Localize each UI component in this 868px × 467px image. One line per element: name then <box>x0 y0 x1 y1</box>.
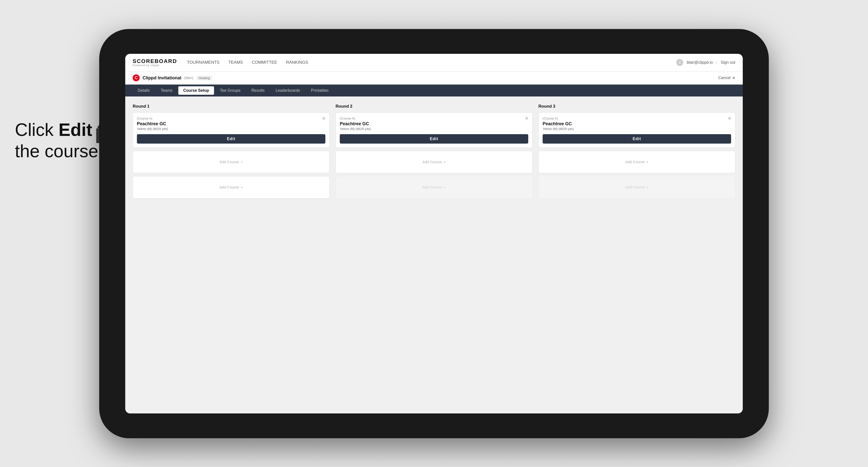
tournament-info: C Clippd Invitational (Men) Hosting <box>133 74 212 81</box>
round-3-edit-button[interactable]: Edit <box>542 134 731 144</box>
sign-out-link[interactable]: Sign out <box>721 60 735 65</box>
round-3-add-course-1[interactable]: Add Course + <box>538 151 735 173</box>
round-1-course-details: Yellow (M) (6629 yds) <box>137 127 326 131</box>
round-3-delete-button[interactable]: ⊗ <box>726 116 732 121</box>
nav-tournaments[interactable]: TOURNAMENTS <box>187 60 219 65</box>
tablet-side-button <box>96 128 99 143</box>
nav-committee[interactable]: COMMITTEE <box>252 60 277 65</box>
cancel-button[interactable]: Cancel ✕ <box>718 75 735 80</box>
round-2-course-label: (Course A) <box>340 117 528 120</box>
round-2-column: Round 2 ⊗ (Course A) Peachtree GC Yellow… <box>336 104 532 201</box>
round-2-course-name: Peachtree GC <box>340 121 528 126</box>
nav-rankings[interactable]: RANKINGS <box>286 60 308 65</box>
round-2-delete-button[interactable]: ⊗ <box>524 116 529 121</box>
tab-bar: Details Teams Course Setup Tee Groups Re… <box>125 85 743 96</box>
tab-tee-groups[interactable]: Tee Groups <box>215 86 246 95</box>
round-2-course-card: ⊗ (Course A) Peachtree GC Yellow (M) (66… <box>336 112 532 148</box>
round-3-course-name: Peachtree GC <box>542 121 731 126</box>
top-nav: SCOREBOARD Powered by clippd TOURNAMENTS… <box>125 54 743 72</box>
rounds-container: Round 1 ⊗ (Course A) Peachtree GC Yellow… <box>133 104 735 201</box>
round-2-title: Round 2 <box>336 104 532 109</box>
round-1-add-course-1[interactable]: Add Course + <box>133 151 330 173</box>
tab-details[interactable]: Details <box>133 86 155 95</box>
round-3-add-course-2: Add Course + <box>538 176 735 198</box>
annotation-bold: Edit <box>59 120 92 139</box>
round-3-course-card: ⊗ (Course A) Peachtree GC Yellow (M) (66… <box>538 112 735 148</box>
round-2-add-course-2: Add Course + <box>336 176 532 198</box>
tablet-device: SCOREBOARD Powered by clippd TOURNAMENTS… <box>99 29 769 438</box>
brand-title: SCOREBOARD <box>133 59 177 64</box>
round-1-title: Round 1 <box>133 104 330 109</box>
hosting-badge: Hosting <box>196 75 212 80</box>
tab-leaderboards[interactable]: Leaderboards <box>271 86 305 95</box>
round-1-delete-button[interactable]: ⊗ <box>321 116 327 121</box>
tournament-logo: C <box>133 74 140 81</box>
round-3-title: Round 3 <box>538 104 735 109</box>
round-1-column: Round 1 ⊗ (Course A) Peachtree GC Yellow… <box>133 104 330 201</box>
tab-results[interactable]: Results <box>247 86 270 95</box>
nav-teams[interactable]: TEAMS <box>228 60 243 65</box>
main-content: Round 1 ⊗ (Course A) Peachtree GC Yellow… <box>125 96 743 413</box>
round-2-add-course-1[interactable]: Add Course + <box>336 151 532 173</box>
user-avatar: B <box>676 59 683 66</box>
nav-left: SCOREBOARD Powered by clippd TOURNAMENTS… <box>133 59 308 67</box>
brand-subtitle: Powered by clippd <box>133 64 177 67</box>
round-1-edit-button[interactable]: Edit <box>137 134 326 144</box>
tab-printables[interactable]: Printables <box>306 86 334 95</box>
tournament-name: Clippd Invitational <box>143 75 181 81</box>
round-2-course-details: Yellow (M) (6629 yds) <box>340 127 528 131</box>
brand: SCOREBOARD Powered by clippd <box>133 59 177 67</box>
tablet-screen: SCOREBOARD Powered by clippd TOURNAMENTS… <box>125 54 743 413</box>
nav-links: TOURNAMENTS TEAMS COMMITTEE RANKINGS <box>187 60 308 65</box>
annotation-prefix: Click <box>15 120 59 139</box>
round-3-course-label: (Course A) <box>542 117 731 120</box>
round-2-edit-button[interactable]: Edit <box>340 134 528 144</box>
tournament-gender: (Men) <box>184 76 193 80</box>
tab-teams[interactable]: Teams <box>156 86 177 95</box>
round-1-course-card: ⊗ (Course A) Peachtree GC Yellow (M) (66… <box>133 112 330 148</box>
tab-course-setup[interactable]: Course Setup <box>178 86 214 95</box>
tournament-bar: C Clippd Invitational (Men) Hosting Canc… <box>125 72 743 85</box>
round-3-column: Round 3 ⊗ (Course A) Peachtree GC Yellow… <box>538 104 735 201</box>
round-1-course-label: (Course A) <box>137 117 326 120</box>
round-1-add-course-2[interactable]: Add Course + <box>133 176 330 198</box>
user-email: blair@clippd.io <box>687 60 713 65</box>
round-1-course-name: Peachtree GC <box>137 121 326 126</box>
nav-right: B blair@clippd.io | Sign out <box>676 59 735 66</box>
round-3-course-details: Yellow (M) (6629 yds) <box>542 127 731 131</box>
